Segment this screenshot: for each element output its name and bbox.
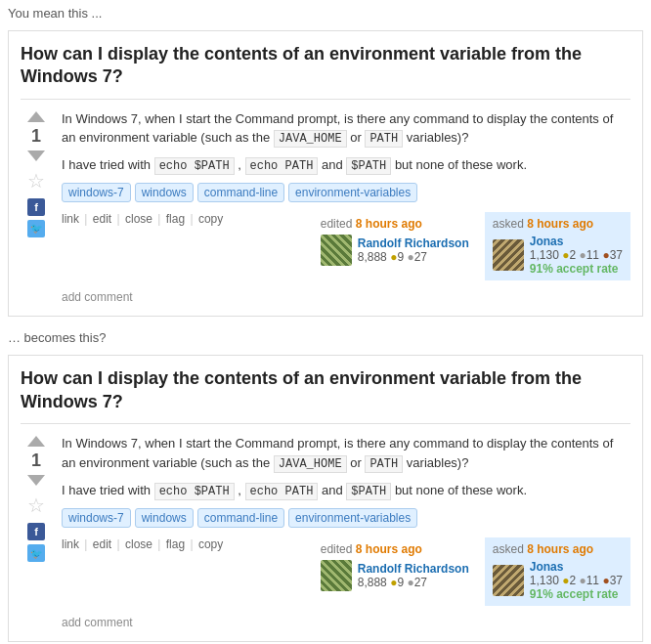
asked-card-2: asked 8 hours ago Jonas 1,130: [485, 537, 630, 606]
edited-gold-count-2: 9: [397, 576, 404, 589]
question-card-1: How can I display the contents of an env…: [8, 30, 643, 317]
link-action-2[interactable]: link: [62, 537, 79, 551]
asked-label-2: asked: [493, 542, 524, 556]
edited-card-1: edited 8 hours ago Randolf Richardson 8,…: [313, 212, 477, 271]
asked-user-name-1[interactable]: Jonas: [530, 235, 623, 248]
edited-body-1: Randolf Richardson 8,888 ●9 ●27: [321, 235, 469, 266]
accept-rate-1: 91% accept rate: [530, 262, 623, 276]
asked-bronze-count-1: 37: [610, 248, 623, 262]
edited-avatar-pattern-1: [321, 235, 352, 266]
tag-envvars-2[interactable]: environment-variables: [288, 508, 417, 528]
edited-header-2: edited 8 hours ago: [321, 542, 469, 556]
asked-user-name-2[interactable]: Jonas: [530, 560, 623, 574]
code-dollar-path-1: $PATH: [346, 157, 391, 175]
question-title-2: How can I display the contents of an env…: [21, 367, 630, 424]
copy-action-2[interactable]: copy: [198, 537, 223, 551]
tag-envvars-1[interactable]: environment-variables: [288, 183, 417, 202]
content-section-1: In Windows 7, when I start the Command p…: [62, 109, 630, 305]
asked-avatar-pattern-2: [493, 565, 524, 596]
tag-windows-2[interactable]: windows: [135, 508, 194, 528]
edited-avatar-2: [321, 560, 352, 591]
actions-row-2: link | edit | close | flag | copy edited: [62, 537, 630, 606]
asked-silver-dot-2: ●: [579, 574, 586, 587]
tag-commandline-1[interactable]: command-line: [197, 183, 284, 202]
favorite-star-1[interactable]: ☆: [27, 169, 45, 193]
vote-down-1[interactable]: [27, 150, 45, 161]
intro-label: You mean this ...: [0, 0, 651, 26]
asked-body-1: Jonas 1,130 ●2 ●11 ●37 91% accept rate: [493, 235, 623, 276]
vote-up-1[interactable]: [27, 111, 45, 122]
asked-time-1: 8 hours ago: [527, 217, 593, 231]
asked-rep-value-1: 1,130: [530, 248, 559, 262]
asked-bronze-dot-2: ●: [602, 574, 609, 587]
asked-user-info-2: Jonas 1,130 ●2 ●11 ●37 91% accept rate: [530, 560, 623, 601]
tag-windows7-1[interactable]: windows-7: [62, 183, 131, 202]
edited-body-2: Randolf Richardson 8,888 ●9 ●27: [321, 560, 469, 591]
asked-user-info-1: Jonas 1,130 ●2 ●11 ●37 91% accept rate: [530, 235, 623, 276]
code-dollar-path-2: $PATH: [346, 483, 391, 500]
asked-avatar-pattern-1: [493, 239, 524, 271]
edited-silver-dot-1: ●: [407, 250, 413, 264]
accept-rate-2: 91% accept rate: [530, 587, 623, 601]
edited-header-1: edited 8 hours ago: [321, 217, 469, 231]
code-echo-spath-2: echo $PATH: [154, 483, 235, 500]
edited-rep-value-2: 8,888: [358, 576, 387, 589]
add-comment-2[interactable]: add comment: [62, 616, 630, 629]
question-card-2: How can I display the contents of an env…: [8, 355, 643, 641]
edited-card-2: edited 8 hours ago Randolf Richardson 8,…: [313, 537, 477, 596]
question-text-2a: In Windows 7, when I start the Command p…: [62, 434, 630, 473]
edited-gold-count-1: 9: [397, 250, 404, 264]
asked-avatar-1: [493, 239, 524, 271]
tag-windows-1[interactable]: windows: [135, 183, 194, 202]
tag-windows7-2[interactable]: windows-7: [62, 508, 131, 528]
edited-avatar-pattern-2: [321, 560, 352, 591]
vote-count-2: 1: [31, 449, 41, 473]
copy-action-1[interactable]: copy: [198, 212, 223, 226]
edited-silver-dot-2: ●: [407, 576, 413, 589]
asked-user-rep-1: 1,130 ●2 ●11 ●37: [530, 248, 623, 262]
twitter-icon-2[interactable]: 🐦: [27, 544, 45, 562]
asked-rep-value-2: 1,130: [530, 574, 559, 587]
edited-silver-count-2: 27: [414, 576, 427, 589]
twitter-icon-1[interactable]: 🐦: [27, 220, 45, 237]
question-body-1: 1 ☆ f 🐦 In Windows 7, when I start the C…: [21, 109, 630, 305]
close-action-2[interactable]: close: [125, 537, 152, 551]
asked-card-1: asked 8 hours ago Jonas 1,130: [485, 212, 630, 280]
question-body-2: 1 ☆ f 🐦 In Windows 7, when I start the C…: [21, 434, 630, 629]
asked-silver-count-1: 11: [586, 248, 599, 262]
edited-silver-count-1: 27: [414, 250, 427, 264]
asked-body-2: Jonas 1,130 ●2 ●11 ●37 91% accept rate: [493, 560, 623, 601]
edited-time-1: 8 hours ago: [356, 217, 422, 231]
edit-action-1[interactable]: edit: [93, 212, 111, 226]
action-links-1: link | edit | close | flag | copy: [62, 212, 225, 226]
asked-bronze-count-2: 37: [610, 574, 623, 587]
tag-commandline-2[interactable]: command-line: [197, 508, 284, 528]
code-path-1: PATH: [365, 130, 403, 148]
question-text-1a: In Windows 7, when I start the Command p…: [62, 109, 630, 149]
facebook-icon-2[interactable]: f: [27, 523, 45, 540]
edited-user-name-2[interactable]: Randolf Richardson: [358, 562, 469, 576]
vote-up-2[interactable]: [27, 436, 45, 447]
edit-action-2[interactable]: edit: [93, 537, 111, 551]
user-cards-1: edited 8 hours ago Randolf Richardson 8,…: [313, 212, 630, 280]
flag-action-2[interactable]: flag: [166, 537, 185, 551]
asked-bronze-dot-1: ●: [602, 248, 609, 262]
vote-section-2: 1 ☆ f 🐦: [21, 434, 52, 629]
question-text-1b: I have tried with echo $PATH , echo PATH…: [62, 155, 630, 175]
asked-label-1: asked: [493, 217, 524, 231]
edited-user-rep-2: 8,888 ●9 ●27: [358, 576, 469, 589]
separator-label: … becomes this?: [0, 324, 651, 351]
favorite-star-2[interactable]: ☆: [27, 494, 45, 517]
add-comment-1[interactable]: add comment: [62, 290, 630, 304]
content-section-2: In Windows 7, when I start the Command p…: [62, 434, 630, 629]
close-action-1[interactable]: close: [125, 212, 152, 226]
tags-row-2: windows-7 windows command-line environme…: [62, 508, 630, 528]
asked-silver-dot-1: ●: [579, 248, 586, 262]
edited-avatar-1: [321, 235, 352, 266]
edited-user-name-1[interactable]: Randolf Richardson: [358, 236, 469, 250]
social-icons-2: f 🐦: [27, 523, 45, 562]
flag-action-1[interactable]: flag: [166, 212, 185, 226]
facebook-icon-1[interactable]: f: [27, 198, 45, 216]
vote-down-2[interactable]: [27, 475, 45, 486]
link-action-1[interactable]: link: [62, 212, 79, 226]
